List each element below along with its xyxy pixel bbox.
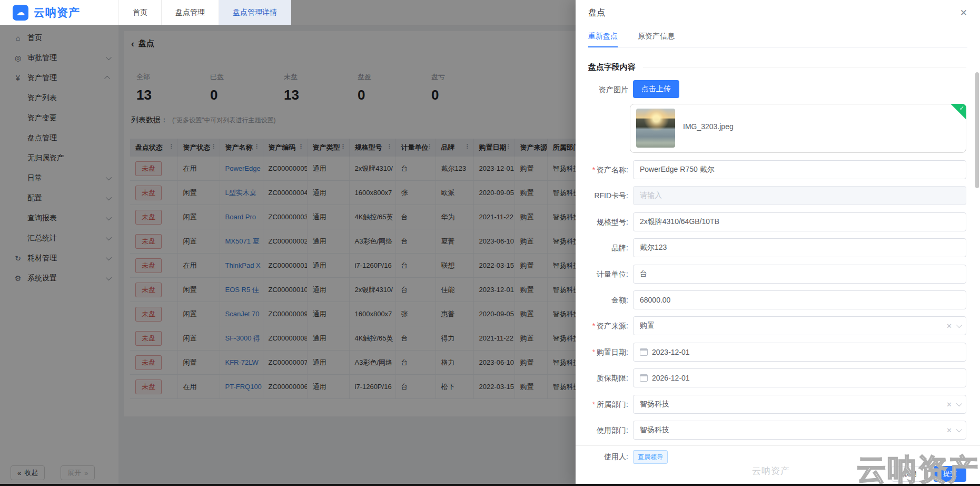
user-tag[interactable]: 直属领导 <box>633 450 668 464</box>
topbar: ☁ 云呐资产 首页盘点管理盘点管理详情 <box>0 0 291 25</box>
form-row-2: 规格型号:2x银牌4310/64GB/10TB <box>576 212 966 231</box>
input-field-5[interactable]: 68000.00 <box>633 290 966 309</box>
select-field-9[interactable]: 智扬科技✕ <box>633 395 966 414</box>
page-tabs: 首页盘点管理盘点管理详情 <box>118 0 291 25</box>
input-field-3[interactable]: 戴尔123 <box>633 238 966 257</box>
form-row-0: *资产名称:PowerEdge R750 戴尔 <box>576 160 966 179</box>
field-value: 戴尔123 <box>640 243 667 252</box>
asset-photo-label: 资产图片 <box>576 80 633 99</box>
field-label: 金额: <box>576 290 633 309</box>
clear-icon[interactable]: ✕ <box>946 426 952 434</box>
form-row-8: 质保期限:2026-12-01 <box>576 368 966 387</box>
field-label: *资产来源: <box>576 316 633 335</box>
footer-divider <box>576 445 980 446</box>
calendar-icon <box>640 348 648 356</box>
form-row-3: 品牌:戴尔123 <box>576 238 966 257</box>
form-row-1: RFID卡号:请输入 <box>576 186 966 205</box>
form-row-5: 金额:68000.00 <box>576 290 966 309</box>
form-row-7: *购置日期:2023-12-01 <box>576 343 966 362</box>
input-field-0[interactable]: PowerEdge R750 戴尔 <box>633 160 966 179</box>
drawer-tab-1[interactable]: 原资产信息 <box>638 25 675 47</box>
chevron-down-icon[interactable] <box>956 322 962 328</box>
app-window: ⌂首页◎审批管理¥资产管理资产列表资产变更盘点管理无归属资产日常配置查询报表汇总… <box>0 0 980 486</box>
app-logo[interactable]: ☁ 云呐资产 <box>0 0 118 25</box>
cancel-button[interactable]: 取消 <box>892 466 928 482</box>
field-label: 规格型号: <box>576 212 633 231</box>
field-value: 68000.00 <box>640 296 670 304</box>
user-field-row: 使用人: 直属领导 <box>576 449 966 464</box>
section-header: 盘点字段内容 <box>588 62 966 72</box>
field-value: 2026-12-01 <box>652 374 690 382</box>
field-label: *购置日期: <box>576 343 633 362</box>
window-bottom-edge <box>0 484 980 486</box>
drawer-footer: 取消 提交 <box>892 466 966 482</box>
photo-thumbnail <box>636 109 675 148</box>
chevron-down-icon[interactable] <box>956 401 962 406</box>
top-tab-2[interactable]: 盘点管理详情 <box>219 0 291 25</box>
date-field-7[interactable]: 2023-12-01 <box>633 343 966 362</box>
top-tab-1[interactable]: 盘点管理 <box>161 0 219 25</box>
select-icons: ✕ <box>946 401 961 409</box>
select-field-6[interactable]: 购置✕ <box>633 316 966 335</box>
field-label: 使用部门: <box>576 421 633 440</box>
upload-button[interactable]: 点击上传 <box>633 80 679 98</box>
field-label: 品牌: <box>576 238 633 257</box>
drawer-mask[interactable] <box>0 0 576 486</box>
clear-icon[interactable]: ✕ <box>946 322 952 330</box>
field-label: 质保期限: <box>576 368 633 387</box>
user-label: 使用人: <box>576 449 633 464</box>
submit-button[interactable]: 提交 <box>934 466 966 482</box>
drawer-title: 盘点 <box>588 7 605 18</box>
field-label: *资产名称: <box>576 160 633 179</box>
clear-icon[interactable]: ✕ <box>946 401 952 409</box>
form-row-4: 计量单位:台 <box>576 265 966 284</box>
date-field-8[interactable]: 2026-12-01 <box>633 368 966 387</box>
required-asterisk: * <box>592 348 595 356</box>
drawer-tabs: 重新盘点原资产信息 <box>588 25 967 47</box>
select-field-10[interactable]: 智扬科技✕ <box>633 421 966 440</box>
top-tab-0[interactable]: 首页 <box>118 0 161 25</box>
field-value: 2023-12-01 <box>652 348 690 356</box>
field-value: 2x银牌4310/64GB/10TB <box>640 217 719 227</box>
inventory-drawer: 盘点 ✕ 重新盘点原资产信息 盘点字段内容 资产图片 点击上传 IMG_3203… <box>576 0 980 486</box>
asset-photo-row: 资产图片 点击上传 <box>576 80 966 99</box>
required-asterisk: * <box>592 166 595 174</box>
cloud-logo-icon: ☁ <box>13 5 28 21</box>
drawer-tab-0[interactable]: 重新盘点 <box>588 25 618 47</box>
input-field-4[interactable]: 台 <box>633 265 966 284</box>
select-icons: ✕ <box>946 426 961 434</box>
file-name: IMG_3203.jpeg <box>683 122 734 131</box>
required-asterisk: * <box>592 400 595 409</box>
field-value: 智扬科技 <box>640 400 669 409</box>
form-row-6: *资产来源:购置✕ <box>576 316 966 335</box>
field-value: 购置 <box>640 321 655 331</box>
chevron-down-icon[interactable] <box>956 426 962 432</box>
select-icons: ✕ <box>946 322 961 330</box>
section-title: 盘点字段内容 <box>588 62 636 72</box>
calendar-icon <box>640 374 648 382</box>
watermark-small: 云呐资产 <box>752 465 790 477</box>
field-label: *所属部门: <box>576 395 633 414</box>
form-row-9: *所属部门:智扬科技✕ <box>576 395 966 414</box>
field-value: PowerEdge R750 戴尔 <box>640 165 715 174</box>
field-label: 计量单位: <box>576 265 633 284</box>
required-asterisk: * <box>592 322 595 330</box>
uploaded-file-card[interactable]: IMG_3203.jpeg ✓ <box>630 104 966 153</box>
field-placeholder: 请输入 <box>640 191 662 200</box>
form-row-10: 使用部门:智扬科技✕ <box>576 421 966 440</box>
close-icon[interactable]: ✕ <box>960 7 967 18</box>
input-field-1[interactable]: 请输入 <box>633 186 966 205</box>
drawer-scrollbar[interactable] <box>975 72 979 188</box>
section-divider <box>643 67 966 67</box>
field-label: RFID卡号: <box>576 186 633 205</box>
field-value: 智扬科技 <box>640 425 669 435</box>
check-icon: ✓ <box>959 105 964 112</box>
field-value: 台 <box>640 269 647 279</box>
app-name: 云呐资产 <box>34 5 80 20</box>
drawer-header: 盘点 ✕ <box>576 0 980 25</box>
input-field-2[interactable]: 2x银牌4310/64GB/10TB <box>633 212 966 231</box>
